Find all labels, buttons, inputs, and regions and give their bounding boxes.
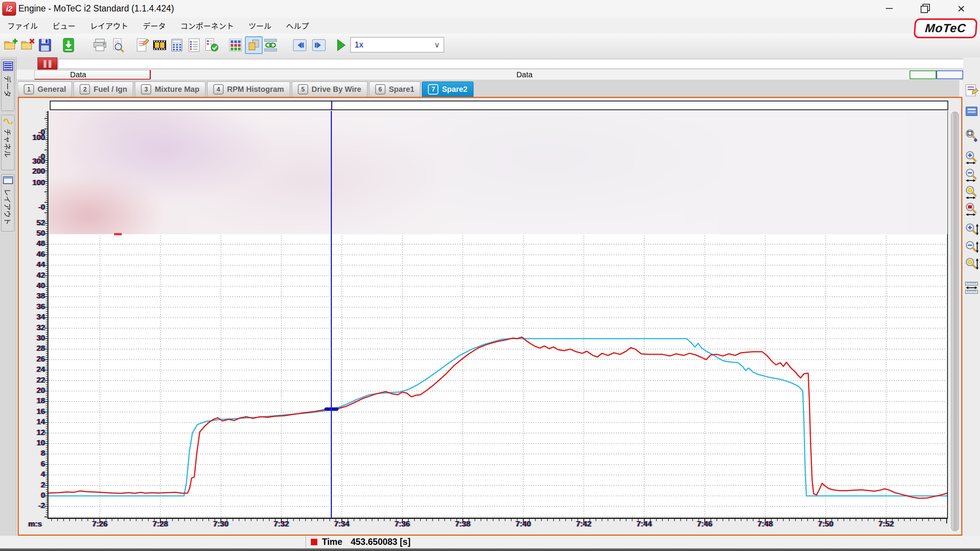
side-tab-label: チャネル bbox=[3, 129, 13, 158]
time-label: Time bbox=[322, 537, 342, 547]
tab-number-badge: 3 bbox=[141, 84, 151, 95]
cursor-time-readout: Time 453.650083 [s] bbox=[311, 537, 410, 547]
open-file-button[interactable] bbox=[3, 37, 19, 53]
time-scale-button[interactable] bbox=[964, 280, 979, 295]
tab-label: RPM Histogram bbox=[227, 85, 284, 94]
zoom-full-vertical-button[interactable] bbox=[964, 257, 979, 271]
tab-drive-by-wire[interactable]: 5Drive By Wire bbox=[292, 82, 368, 97]
vertical-scrollbar[interactable] bbox=[950, 111, 960, 532]
organise-windows-button[interactable] bbox=[227, 37, 243, 53]
status-separator bbox=[305, 536, 307, 548]
wave-icon bbox=[3, 117, 13, 126]
menu-item-1[interactable]: ビュー bbox=[45, 20, 83, 31]
side-tab-label: データ bbox=[3, 75, 13, 97]
band-cursor[interactable] bbox=[331, 101, 332, 109]
side-tab-0[interactable]: データ bbox=[1, 59, 15, 111]
close-icon: × bbox=[957, 2, 965, 15]
tab-general[interactable]: 1General bbox=[18, 82, 72, 97]
playback-speed-select[interactable]: 1x ∨ bbox=[350, 37, 444, 52]
zoom-in-vertical-button[interactable] bbox=[964, 222, 979, 237]
time-marker-square bbox=[311, 539, 317, 545]
time-overview-band[interactable] bbox=[50, 101, 948, 110]
workbook-strip bbox=[58, 59, 979, 69]
i2-app-icon: i2 bbox=[2, 2, 16, 16]
chevron-down-icon: ∨ bbox=[434, 40, 440, 49]
tab-spare2[interactable]: 7Spare2 bbox=[422, 82, 474, 97]
menu-item-4[interactable]: コンポーネント bbox=[173, 20, 241, 31]
play-button[interactable] bbox=[332, 37, 348, 53]
print-preview-button[interactable] bbox=[109, 37, 126, 53]
window-title: Engine - MoTeC i2 Standard (1.1.4.424) bbox=[18, 3, 174, 14]
get-logged-data-button[interactable] bbox=[60, 37, 77, 53]
side-tab-2[interactable]: レイアウト bbox=[1, 174, 15, 231]
next-lap-button[interactable] bbox=[311, 37, 327, 53]
verify-data-button[interactable] bbox=[203, 37, 219, 53]
worksheet-tab-strip: 1General2Fuel / Ign3Mixture Map4RPM Hist… bbox=[18, 80, 959, 97]
tab-label: Spare2 bbox=[442, 85, 467, 94]
window-icon bbox=[3, 176, 13, 186]
time-value: 453.650083 [s] bbox=[351, 537, 410, 547]
data-file-box[interactable]: Data bbox=[34, 70, 150, 80]
menu-item-2[interactable]: レイアウト bbox=[83, 20, 136, 31]
right-toolbar bbox=[963, 57, 980, 536]
menu-item-6[interactable]: ヘルプ bbox=[279, 20, 316, 31]
zoom-marked-area-button[interactable] bbox=[964, 202, 979, 216]
toolbar bbox=[0, 34, 980, 58]
zoom-box-button[interactable] bbox=[964, 128, 979, 143]
motec-logo: MoTeC bbox=[913, 18, 978, 38]
data-header-row: Data Data bbox=[16, 70, 980, 80]
side-tab-1[interactable]: チャネル bbox=[1, 115, 15, 170]
tab-spare1[interactable]: 6Spare1 bbox=[369, 82, 421, 97]
print-button[interactable] bbox=[92, 37, 108, 53]
display-setup-button[interactable] bbox=[964, 104, 979, 119]
data-file-label: Data bbox=[70, 70, 86, 79]
tab-number-badge: 6 bbox=[375, 84, 385, 95]
tab-number-badge: 7 bbox=[428, 84, 438, 95]
restore-button[interactable] bbox=[913, 0, 938, 17]
status-bar: Time 453.650083 [s] bbox=[0, 536, 980, 548]
data-group-label: Data bbox=[505, 70, 544, 79]
save-file-button[interactable] bbox=[37, 37, 53, 53]
menu-item-5[interactable]: ツール bbox=[241, 20, 279, 31]
menu-item-0[interactable]: ファイル bbox=[0, 20, 45, 31]
scrollbar-thumb[interactable] bbox=[951, 112, 959, 531]
video-button[interactable] bbox=[152, 37, 168, 53]
minimize-button[interactable] bbox=[877, 0, 902, 17]
zoom-full-time-button[interactable] bbox=[964, 185, 979, 199]
menu-item-3[interactable]: データ bbox=[136, 20, 173, 31]
time-cursor-line[interactable] bbox=[331, 111, 332, 518]
zoom-in-time-button[interactable] bbox=[964, 150, 979, 165]
tab-label: Spare1 bbox=[389, 85, 415, 94]
side-tab-label: レイアウト bbox=[3, 189, 13, 225]
previous-lap-button[interactable] bbox=[292, 37, 308, 53]
overlap-windows-button[interactable] bbox=[245, 36, 263, 54]
close-file-button[interactable] bbox=[20, 37, 36, 53]
channel-report-button[interactable] bbox=[186, 37, 202, 53]
menu-bar: ファイルビューレイアウトデータコンポーネントツールヘルプ bbox=[0, 18, 880, 34]
zoom-out-vertical-button[interactable] bbox=[964, 240, 979, 254]
tab-number-badge: 2 bbox=[80, 84, 90, 95]
tab-label: Fuel / Ign bbox=[93, 85, 127, 94]
tab-fuel-ign[interactable]: 2Fuel / Ign bbox=[74, 82, 133, 97]
playback-speed-value: 1x bbox=[354, 40, 363, 50]
worksheet-properties-button[interactable] bbox=[964, 83, 979, 98]
minimize-icon bbox=[886, 8, 893, 9]
close-button[interactable]: × bbox=[949, 0, 974, 17]
range-box-green bbox=[910, 70, 936, 79]
i2-log-file-tab[interactable] bbox=[38, 57, 57, 70]
edit-details-button[interactable] bbox=[135, 37, 151, 53]
red-channel-smudge bbox=[114, 233, 122, 235]
table-icon bbox=[3, 62, 13, 72]
zoom-out-time-button[interactable] bbox=[964, 168, 979, 182]
window-bottom-edge bbox=[0, 548, 980, 551]
data-red-divider bbox=[150, 70, 151, 79]
maths-button[interactable] bbox=[169, 37, 185, 53]
tab-rpm-histogram[interactable]: 4RPM Histogram bbox=[207, 82, 290, 97]
blurred-upper-channels bbox=[49, 111, 947, 234]
tab-number-badge: 4 bbox=[213, 84, 224, 95]
tab-label: General bbox=[38, 85, 66, 94]
range-box-blue bbox=[936, 70, 963, 79]
link-video-button[interactable] bbox=[263, 37, 279, 53]
side-tab-strip: データチャネルレイアウト bbox=[0, 57, 16, 536]
tab-mixture-map[interactable]: 3Mixture Map bbox=[135, 82, 206, 97]
